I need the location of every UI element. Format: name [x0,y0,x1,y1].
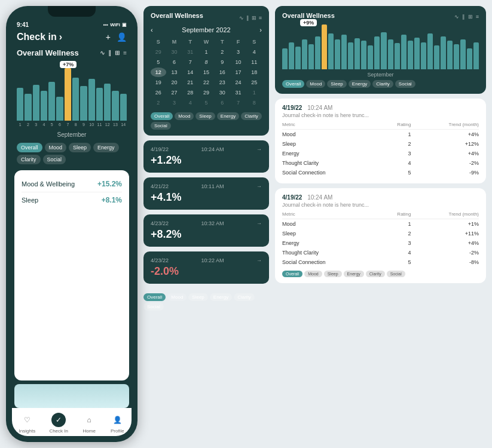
cal-day-23[interactable]: 23 [215,78,230,87]
detail-tab-overall[interactable]: Overall [282,271,302,277]
filter-tab-mood[interactable]: Mood [45,143,67,152]
checkin-entry-1[interactable]: 4/19/22 10:24 AM → +1.2% [143,140,269,173]
cal-day-22[interactable]: 22 [198,78,214,87]
rb-22 [421,42,426,69]
checkin-entry-2[interactable]: 4/21/22 10:11 AM → +4.1% [143,177,269,210]
nav-checkin[interactable]: ✓ Check In [49,413,68,434]
cal-day-18[interactable]: 18 [246,67,262,77]
cal-day-6[interactable]: 6 [167,57,182,67]
cal-day-17[interactable]: 17 [231,67,246,77]
detail-tab-social[interactable]: Social [387,271,405,277]
detail-tab-sleep[interactable]: Sleep [324,271,342,277]
nav-insights[interactable]: ♡ Insights [19,413,36,434]
detail-tab-clarity[interactable]: Clarity [366,271,385,277]
bar-label-9: 9 [80,122,87,127]
right-list-icon[interactable]: ≡ [476,14,479,20]
cal-tab-social[interactable]: Social [151,122,171,130]
right-line-icon[interactable]: ∿ [454,14,459,20]
cal-day-6-next[interactable]: 6 [215,98,230,108]
cal-day-15[interactable]: 15 [198,67,214,77]
right-tab-social[interactable]: Social [395,80,415,88]
cal-day-27[interactable]: 27 [167,88,182,97]
right-tab-overall[interactable]: Overall [282,80,304,88]
cal-tab-energy[interactable]: Energy [217,112,239,120]
cal-tab-clarity[interactable]: Clarity [241,112,262,120]
detail-tab-energy[interactable]: Energy [344,271,364,277]
cal-list-icon[interactable]: ≡ [259,15,262,21]
cal-day-30-prev[interactable]: 30 [167,47,182,57]
line-chart-icon[interactable]: ∿ [100,50,105,56]
checkin-title-container[interactable]: Check in › [17,32,62,42]
cal-day-13[interactable]: 13 [167,67,182,77]
cal-day-14[interactable]: 14 [182,67,198,77]
cal-day-8-next[interactable]: 8 [246,98,262,108]
right-grid-icon[interactable]: ⊞ [468,14,473,20]
cal-day-4-next[interactable]: 4 [182,98,198,108]
add-icon[interactable]: + [106,32,111,42]
cal-day-29-prev[interactable]: 29 [151,47,166,57]
right-tab-sleep[interactable]: Sleep [327,80,346,88]
checkin-entry-4[interactable]: 4/23/22 10:22 AM → -2.0% [143,251,269,284]
filter-tab-overall[interactable]: Overall [17,143,42,152]
filter-tab-clarity[interactable]: Clarity [17,155,41,164]
list-icon[interactable]: ≡ [123,50,127,56]
cal-tab-sleep[interactable]: Sleep [195,112,215,120]
checkin-entry-3[interactable]: 4/23/22 10:32 AM → +8.2% [143,214,269,247]
cal-day-1-next[interactable]: 1 [246,88,262,97]
cal-day-10[interactable]: 10 [231,57,246,67]
cal-day-28[interactable]: 28 [182,88,198,97]
cal-day-2[interactable]: 2 [215,47,230,57]
right-tab-energy[interactable]: Energy [349,80,371,88]
mid-bot-tab-clarity[interactable]: Clarity [234,293,255,301]
mid-bot-tab-energy[interactable]: Energy [210,293,232,301]
cal-line-icon[interactable]: ∿ [239,15,244,21]
cal-day-29[interactable]: 29 [198,88,214,97]
cal-day-20[interactable]: 20 [167,78,182,87]
next-month-button[interactable]: › [259,26,262,33]
cal-day-1[interactable]: 1 [198,47,214,57]
mid-bot-tab-overall[interactable]: Overall [143,293,166,301]
cal-day-31-prev[interactable]: 31 [182,47,198,57]
cal-tab-overall[interactable]: Overall [151,112,173,120]
cal-day-7[interactable]: 7 [182,57,198,67]
mid-bot-tab-mood[interactable]: Mood [167,293,187,301]
cal-day-5-next[interactable]: 5 [198,98,214,108]
cal-day-30[interactable]: 30 [215,88,230,97]
prev-month-button[interactable]: ‹ [151,26,153,33]
cal-bar-icon[interactable]: ∥ [246,15,249,21]
cal-day-25[interactable]: 25 [246,78,262,87]
mid-bot-tab-social[interactable]: Social [143,303,164,311]
cal-day-19[interactable]: 19 [151,78,166,87]
nav-profile[interactable]: 👤 Profile [110,413,124,434]
bar-chart-icon[interactable]: ∥ [108,50,111,56]
profile-icon[interactable]: 👤 [117,32,127,42]
cal-day-3-next[interactable]: 3 [167,98,182,108]
cal-day-11[interactable]: 11 [246,57,262,67]
cal-day-8[interactable]: 8 [198,57,214,67]
cal-day-4[interactable]: 4 [246,47,262,57]
cal-day-2-next[interactable]: 2 [151,98,166,108]
filter-tab-sleep[interactable]: Sleep [69,143,91,152]
calendar-icon[interactable]: ⊞ [115,50,120,56]
right-bar-icon[interactable]: ∥ [462,14,465,20]
checkin-date-4: 4/23/22 [151,257,169,263]
filter-tab-social[interactable]: Social [43,155,66,164]
cal-day-26[interactable]: 26 [151,88,166,97]
mid-bot-tab-sleep[interactable]: Sleep [188,293,207,301]
cal-day-31[interactable]: 31 [231,88,246,97]
right-tab-mood[interactable]: Mood [306,80,325,88]
cal-grid-icon[interactable]: ⊞ [252,15,256,21]
cal-day-16[interactable]: 16 [215,67,230,77]
cal-day-3[interactable]: 3 [231,47,246,57]
detail-tab-mood[interactable]: Mood [304,271,322,277]
cal-day-21[interactable]: 21 [182,78,198,87]
cal-day-7-next[interactable]: 7 [231,98,246,108]
filter-tab-energy[interactable]: Energy [93,143,119,152]
cal-day-24[interactable]: 24 [231,78,246,87]
cal-tab-mood[interactable]: Mood [175,112,194,120]
cal-day-9[interactable]: 9 [215,57,230,67]
cal-day-5[interactable]: 5 [151,57,166,67]
right-tab-clarity[interactable]: Clarity [372,80,393,88]
cal-day-12-today[interactable]: 12 [151,67,166,77]
nav-home[interactable]: ⌂ Home [82,413,96,434]
